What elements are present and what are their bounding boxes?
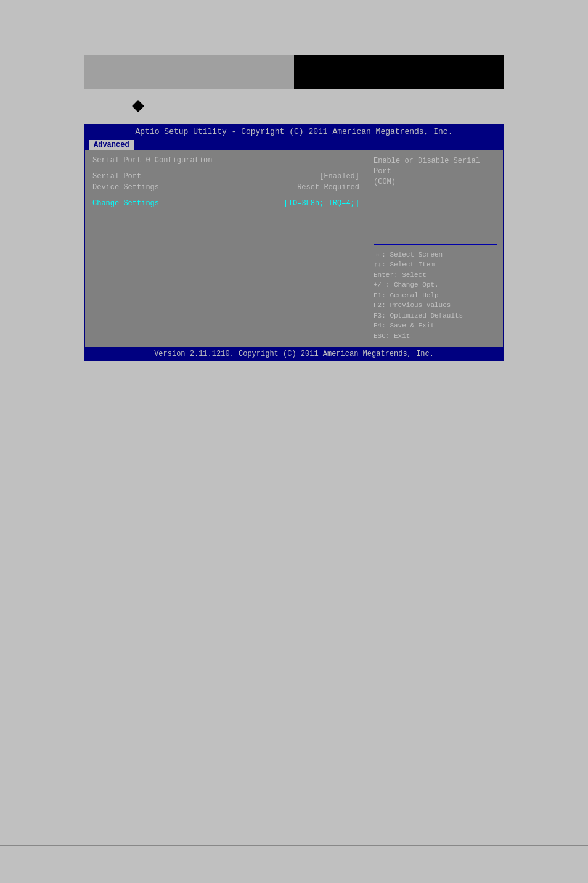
serial-port-value: [Enabled] (319, 172, 359, 181)
bios-title-text: Aptio Setup Utility - Copyright (C) 2011… (136, 127, 453, 136)
bios-tab-bar[interactable]: Advanced (85, 139, 503, 150)
key-enter-select: Enter: Select (374, 270, 497, 281)
bios-right-panel: Enable or Disable Serial Port(COM) →←: S… (367, 150, 503, 347)
serial-port-label: Serial Port (92, 172, 141, 181)
change-settings-label: Change Settings (92, 199, 159, 208)
bios-footer: Version 2.11.1210. Copyright (C) 2011 Am… (85, 347, 503, 361)
change-settings-value: [IO=3F8h; IRQ=4;] (284, 199, 359, 208)
horizontal-divider (374, 244, 497, 245)
key-f4-save: F4: Save & Exit (374, 321, 497, 331)
bios-left-panel: Serial Port 0 Configuration Serial Port … (85, 150, 367, 347)
key-f2-prev: F2: Previous Values (374, 300, 497, 311)
bios-title-bar: Aptio Setup Utility - Copyright (C) 2011… (85, 125, 503, 139)
bios-body: Serial Port 0 Configuration Serial Port … (85, 150, 503, 347)
page-header (84, 55, 504, 89)
diamond-icon (132, 100, 144, 112)
keybindings: →←: Select Screen ↑↓: Select Item Enter:… (374, 250, 497, 342)
header-right-block (294, 55, 504, 89)
header-left-block (84, 55, 294, 89)
key-change-opt: +/-: Change Opt. (374, 280, 497, 290)
help-text: Enable or Disable Serial Port(COM) (374, 156, 497, 239)
key-select-item: ↑↓: Select Item (374, 260, 497, 270)
diamond-container (84, 102, 504, 119)
section-title: Serial Port 0 Configuration (92, 156, 359, 165)
key-f1-help: F1: General Help (374, 290, 497, 301)
change-settings-row[interactable]: Change Settings [IO=3F8h; IRQ=4;] (92, 199, 359, 208)
key-select-screen: →←: Select Screen (374, 250, 497, 260)
bios-setup-utility: Aptio Setup Utility - Copyright (C) 2011… (84, 124, 504, 361)
key-f3-defaults: F3: Optimized Defaults (374, 311, 497, 321)
bios-footer-text: Version 2.11.1210. Copyright (C) 2011 Am… (154, 350, 434, 358)
device-settings-label: Device Settings (92, 183, 159, 192)
tab-advanced[interactable]: Advanced (89, 140, 134, 150)
device-settings-row: Device Settings Reset Required (92, 183, 359, 192)
page-footer-line (0, 845, 588, 846)
serial-port-row[interactable]: Serial Port [Enabled] (92, 172, 359, 181)
device-settings-value: Reset Required (297, 183, 359, 192)
key-esc-exit: ESC: Exit (374, 331, 497, 342)
